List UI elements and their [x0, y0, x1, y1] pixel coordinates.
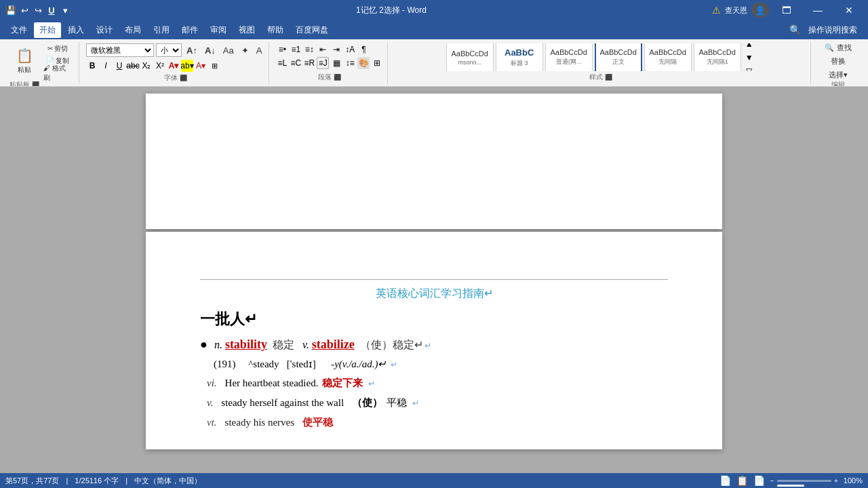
style-normal2-label: 普通(网...	[556, 58, 582, 66]
save-icon[interactable]: 💾	[5, 5, 16, 16]
zoom-plus-icon[interactable]: +	[834, 477, 838, 485]
menu-bar: 文件 开始 插入 设计 布局 引用 邮件 审阅 视图 帮助 百度网盘 🔍 操作说…	[0, 20, 868, 39]
align-right-button[interactable]: ≡R	[303, 57, 315, 69]
view-print-icon[interactable]: 📄	[719, 475, 731, 486]
numbering-button[interactable]: ≡1	[290, 43, 302, 56]
styles-more[interactable]: ▽	[743, 65, 755, 72]
justify-button[interactable]: ≡J	[317, 57, 329, 69]
style-msonormal[interactable]: AaBbCcDd msonо...	[446, 43, 494, 71]
paste-button[interactable]: 📋 粘贴	[9, 43, 39, 79]
status-page: 第57页，共77页	[5, 476, 59, 486]
text-effect-button[interactable]: A	[254, 45, 265, 56]
undo-icon[interactable]: ↩	[19, 5, 30, 16]
ribbon-toggle-button[interactable]: 🗖	[773, 0, 800, 20]
word-stability[interactable]: stability	[225, 338, 267, 352]
font-name-select[interactable]: 微软雅黑	[86, 43, 154, 57]
styles-expand-icon[interactable]: ⬛	[605, 74, 612, 81]
italic-button[interactable]: I	[100, 60, 112, 72]
paragraph-label: 段落 ⬛	[318, 73, 341, 82]
sort-button[interactable]: ↕A	[344, 43, 356, 56]
grow-font-button[interactable]: A↑	[184, 45, 200, 56]
main-page[interactable]: 英语核心词汇学习指南↵ 一批人↵ ● n. stability 稳定 v. st…	[146, 232, 722, 449]
multilevel-list-button[interactable]: ≡↕	[303, 43, 315, 56]
menu-baidu[interactable]: 百度网盘	[290, 22, 334, 38]
menu-design[interactable]: 设计	[91, 22, 118, 38]
pos-vt: vt.	[207, 417, 217, 428]
style-nosp-label: 无间隔	[658, 58, 677, 66]
find-button[interactable]: 🔍 查找	[818, 42, 859, 53]
menu-mail[interactable]: 邮件	[176, 22, 203, 38]
page-top-fragment	[146, 94, 722, 229]
menu-references[interactable]: 引用	[148, 22, 175, 38]
style-normal2[interactable]: AaBbCcDd 普通(网...	[545, 43, 593, 71]
menu-home[interactable]: 开始	[34, 22, 61, 38]
paste-label: 粘贴	[18, 65, 31, 75]
replace-button[interactable]: 替换	[818, 56, 859, 66]
highlight-button[interactable]: ab▾	[181, 60, 193, 72]
zoom-slider[interactable]: − +	[770, 477, 838, 485]
style-nosp[interactable]: AaBbCcDd 无间隔	[644, 43, 692, 71]
font-color-picker-button[interactable]: A▾	[167, 60, 180, 72]
menu-view[interactable]: 视图	[233, 22, 260, 38]
paragraph-expand-icon[interactable]: ⬛	[334, 74, 341, 81]
view-web-icon[interactable]: 📋	[736, 475, 748, 486]
style-nosp1[interactable]: AaBbCcDd 无间隔1	[694, 43, 741, 71]
menu-layout[interactable]: 布局	[119, 22, 146, 38]
style-h3[interactable]: AaBbC 标题 3	[496, 43, 543, 71]
line-spacing-button[interactable]: ↕≡	[344, 57, 356, 69]
bold-button[interactable]: B	[86, 60, 98, 72]
zoom-percent[interactable]: 100%	[844, 476, 863, 485]
font-expand-icon[interactable]: ⬛	[180, 75, 187, 81]
style-body[interactable]: AaBbCcDd 正文	[595, 43, 642, 71]
dropdown-arrow-icon[interactable]: ▾	[60, 5, 71, 16]
show-marks-button[interactable]: ¶	[357, 43, 370, 56]
style-h3-preview: AaBbC	[505, 47, 534, 58]
example-line-3: vt. steady his nerves 使平稳	[207, 416, 668, 429]
zoom-minus-icon[interactable]: −	[770, 477, 774, 485]
underline-button[interactable]: U	[113, 60, 125, 72]
align-left-button[interactable]: ≡L	[276, 57, 288, 69]
font-size-select[interactable]: 小四	[156, 43, 182, 57]
user-avatar[interactable]: 👤	[751, 3, 769, 18]
cn-stabilize: （使）稳定↵	[357, 338, 423, 352]
menu-search[interactable]: 操作说明搜索	[803, 22, 863, 38]
redo-icon[interactable]: ↪	[33, 5, 43, 16]
section-heading: 一批人↵	[200, 309, 668, 329]
document-title: 英语核心词汇学习指南↵	[200, 287, 668, 301]
entry-bullet: ●	[200, 338, 208, 352]
borders-button[interactable]: ⊞	[208, 60, 220, 72]
menu-help[interactable]: 帮助	[262, 22, 289, 38]
columns-button[interactable]: ▦	[330, 57, 342, 69]
align-center-button[interactable]: ≡C	[290, 57, 302, 69]
decrease-indent-button[interactable]: ⇤	[317, 43, 329, 56]
format-painter-button[interactable]: 🖌 格式刷	[41, 68, 75, 79]
clipboard-expand-icon[interactable]: ⬛	[32, 81, 39, 87]
case-button[interactable]: Aa	[220, 45, 237, 56]
subscript-button[interactable]: X₂	[140, 60, 153, 72]
ribbon-styles-group: AaBbCcDd msonо... AaBbC 标题 3 AaBbCcDd 普通…	[391, 42, 811, 83]
increase-indent-button[interactable]: ⇥	[330, 43, 342, 56]
strikethrough-button[interactable]: abc	[127, 60, 139, 72]
main-entry-line: ● n. stability 稳定 v. stabilize （使）稳定↵ ↵	[200, 338, 668, 352]
shading-button[interactable]: 🎨	[357, 57, 370, 69]
clear-format-button[interactable]: ✦	[239, 45, 252, 56]
menu-review[interactable]: 审阅	[205, 22, 232, 38]
warning-text: 查天恩	[725, 5, 747, 16]
text-color-button[interactable]: A▾	[195, 60, 207, 72]
menu-file[interactable]: 文件	[5, 22, 33, 38]
bullets-button[interactable]: ≡•	[276, 43, 288, 56]
menu-insert[interactable]: 插入	[62, 22, 90, 38]
minimize-button[interactable]: —	[804, 0, 831, 20]
styles-scroll-up[interactable]: ▲	[743, 43, 755, 50]
select-button[interactable]: 选择▾	[818, 69, 859, 80]
superscript-button[interactable]: X²	[154, 60, 166, 72]
underline-quick-icon[interactable]: U	[46, 5, 57, 16]
view-read-icon[interactable]: 📄	[753, 475, 765, 486]
border-button[interactable]: ⊞	[371, 57, 383, 69]
word-stabilize[interactable]: stabilize	[312, 338, 355, 352]
styles-scroll-down[interactable]: ▼	[743, 52, 755, 64]
ipa-transcription: ['stedɪ]	[287, 359, 316, 369]
shrink-font-button[interactable]: A↓	[202, 45, 218, 56]
close-button[interactable]: ✕	[835, 0, 863, 20]
cut-button[interactable]: ✂ 剪切	[41, 43, 75, 54]
